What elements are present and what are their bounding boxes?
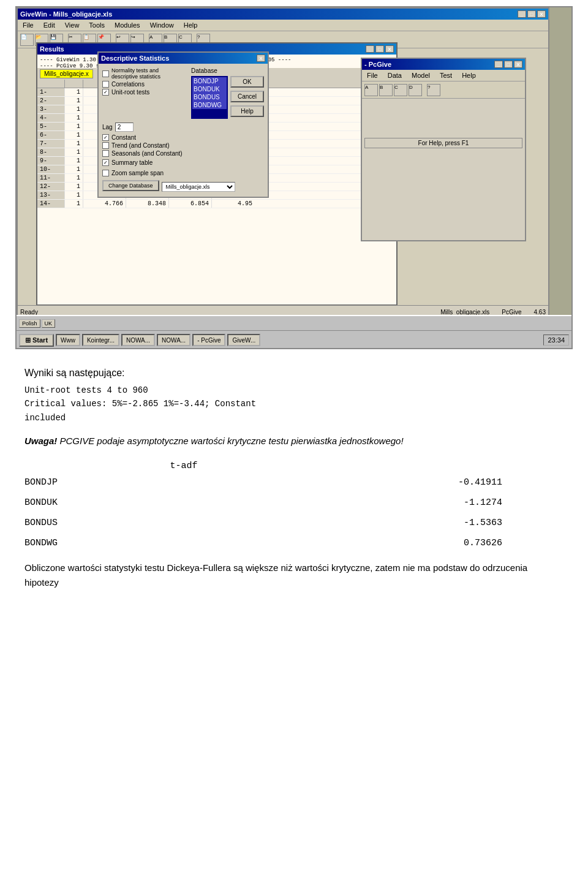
variables-listbox[interactable]: BONDJP BONDUK BONDUS BONDWG (191, 76, 228, 119)
taskbar-clock: 23:34 (543, 335, 569, 346)
options-section: Constant Trend (and Constant) Seasonals … (102, 134, 264, 157)
pcgive-menu-help[interactable]: Help (459, 71, 478, 80)
unitroot-label: Unit-root tests (111, 89, 149, 96)
pcgive-titlebar: - PcGive _ □ X (362, 59, 525, 70)
taskbar-givew[interactable]: GiveW... (227, 334, 260, 346)
note-label: Uwaga! (24, 436, 57, 446)
pcgive-minimize[interactable]: _ (494, 61, 503, 68)
summary-label: Summary table (111, 159, 153, 166)
listbox-bondus[interactable]: BONDUS (192, 93, 227, 101)
normality-check-row: Normality tests anddescriptive statistic… (102, 67, 186, 80)
pcgive-menu-data[interactable]: Data (385, 71, 404, 80)
taskbar-nowa2[interactable]: NOWA... (157, 334, 190, 346)
pcgive-menu-file[interactable]: File (364, 71, 380, 80)
taskbar-kointegr[interactable]: Kointegr... (82, 334, 119, 346)
givewin-title: GiveWin - Mills_obligacje.xls (20, 10, 112, 18)
minimize-btn[interactable]: _ (518, 10, 526, 18)
change-db-button[interactable]: Change Database (102, 180, 159, 191)
cancel-button[interactable]: Cancel (230, 91, 264, 102)
taskbar: Polish UK ⊞ Start Www Kointegr... NOWA..… (17, 315, 571, 348)
start-button[interactable]: ⊞ Start (19, 334, 54, 347)
lag-row: Lag (102, 123, 264, 132)
stats-col-header: t-adf (123, 461, 245, 471)
results-controls: _ □ X (366, 45, 394, 53)
pcgive-tb4[interactable]: D (409, 84, 422, 96)
pcgive-title: - PcGive (364, 61, 391, 68)
taskbar-bottom: ⊞ Start Www Kointegr... NOWA... NOWA... … (17, 331, 571, 349)
pcgive-help-text: For Help, press F1 (364, 138, 522, 148)
unitroot-checkbox[interactable] (102, 89, 109, 96)
results-minimize[interactable]: _ (366, 45, 374, 53)
correlations-label: Correlations (111, 81, 145, 88)
results-close[interactable]: X (385, 45, 394, 53)
unitroot-check-row: Unit-root tests (102, 89, 186, 96)
zoom-label: Zoom sample span (111, 170, 164, 176)
screenshot-container: GiveWin - Mills_obligacje.xls _ □ X File… (15, 6, 573, 349)
lag-label: Lag (102, 124, 113, 130)
toolbar-label-polish[interactable]: Polish (19, 319, 40, 328)
db-area: BONDJP BONDUK BONDUS BONDWG OK Cancel He… (191, 76, 264, 119)
results-maximize[interactable]: □ (375, 45, 384, 53)
seasonals-checkbox[interactable] (102, 150, 109, 157)
db-label: Database (191, 67, 217, 74)
pcgive-menu-test[interactable]: Test (437, 71, 454, 80)
listbox-bondwg[interactable]: BONDWG (192, 101, 227, 109)
pcgive-tb2[interactable]: B (379, 84, 393, 96)
bonduk-value: -1.1274 (123, 497, 564, 508)
constant-check-row: Constant (102, 134, 264, 141)
db-dropdown[interactable]: Mills_obligacje.xls (162, 182, 235, 192)
taskbar-www[interactable]: Www (56, 334, 80, 346)
menu-tools[interactable]: Tools (86, 21, 107, 29)
listbox-bondjp[interactable]: BONDJP (192, 77, 227, 85)
dialog-titlebar: Descriptive Statistics X (99, 53, 268, 64)
seasonals-check-row: Seasonals (and Constant) (102, 150, 264, 157)
mills-tab[interactable]: Mills_obligacje.x (40, 69, 93, 78)
help-button[interactable]: Help (230, 105, 264, 117)
menu-modules[interactable]: Modules (112, 21, 143, 29)
start-label: Start (32, 336, 48, 344)
taskbar-pcgive[interactable]: - PcGive (192, 334, 225, 346)
stat-row-bondjp: BONDJP -0.41911 (24, 477, 564, 488)
givewin-titlebar: GiveWin - Mills_obligacje.xls _ □ X (18, 9, 548, 20)
correlations-check-row: Correlations (102, 81, 186, 88)
ok-button[interactable]: OK (230, 76, 264, 88)
menu-view[interactable]: View (62, 21, 82, 29)
taskbar-toolbar: Polish UK (17, 316, 571, 331)
maximize-btn[interactable]: □ (527, 10, 536, 18)
toolbar-label-uk[interactable]: UK (42, 319, 56, 328)
stats-header-row: t-adf (24, 461, 564, 471)
correlations-checkbox[interactable] (102, 81, 109, 88)
menu-window[interactable]: Window (148, 21, 176, 29)
summary-checkbox[interactable] (102, 159, 109, 166)
normality-label: Normality tests anddescriptive statistic… (111, 67, 160, 80)
trend-checkbox[interactable] (102, 142, 109, 149)
constant-checkbox[interactable] (102, 134, 109, 141)
bondjp-value: -0.41911 (123, 477, 564, 488)
pcgive-maximize[interactable]: □ (504, 61, 513, 68)
conclusion-text: Obliczone wartości statystyki testu Dick… (24, 561, 564, 590)
pcgive-menu-model[interactable]: Model (409, 71, 432, 80)
givewin-menubar: File Edit View Tools Modules Window Help (18, 20, 548, 31)
pcgive-tb3[interactable]: C (394, 84, 407, 96)
pcgive-controls: _ □ X (494, 61, 522, 68)
pcgive-tb5[interactable]: ? (427, 84, 440, 96)
pcgive-close[interactable]: X (514, 61, 522, 68)
bondwg-value: 0.73626 (123, 538, 564, 548)
stats-section: t-adf BONDJP -0.41911 BONDUK -1.1274 BON… (24, 461, 564, 548)
lag-input[interactable] (115, 123, 134, 132)
close-btn[interactable]: X (537, 10, 546, 18)
table-row: 14- 1 4.766 8.348 6.854 4.95 (37, 200, 396, 208)
menu-edit[interactable]: Edit (41, 21, 58, 29)
stat-row-bonduk: BONDUK -1.1274 (24, 497, 564, 508)
dialog-close-btn[interactable]: X (257, 55, 265, 62)
bondus-value: -1.5363 (123, 518, 564, 528)
pcgive-tb1[interactable]: A (364, 84, 378, 96)
taskbar-nowa1[interactable]: NOWA... (121, 334, 155, 346)
listbox-bonduk[interactable]: BONDUK (192, 85, 227, 93)
menu-help[interactable]: Help (181, 21, 200, 29)
zoom-checkbox[interactable] (102, 170, 109, 176)
normality-checkbox[interactable] (102, 70, 109, 77)
menu-file[interactable]: File (20, 21, 36, 29)
change-db-row: Change Database Mills_obligacje.xls (102, 180, 264, 193)
toolbar-btn-1[interactable]: 📄 (20, 34, 34, 46)
